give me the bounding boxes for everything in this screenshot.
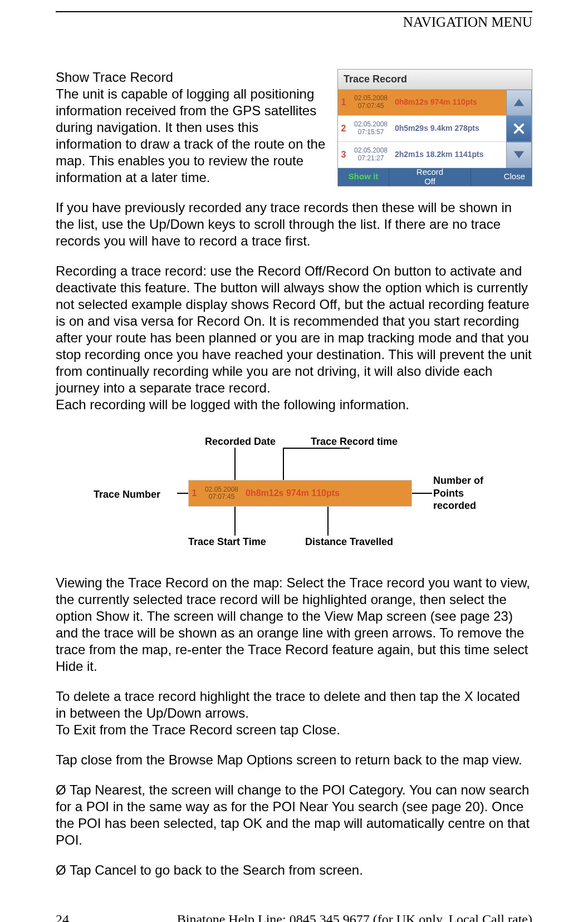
trace-row-info: 0h8m12s 974m 110pts	[393, 97, 506, 107]
annotated-trace-row: 1 02.05.2008 07:07:45 0h8m12s 974m 110pt…	[188, 480, 412, 507]
trace-record-title: Trace Record	[338, 70, 532, 90]
close-button[interactable]: Close	[471, 168, 532, 186]
paragraph: To delete a trace record highlight the t…	[56, 688, 532, 722]
helpline-text: Binatone Help Line: 0845 345 9677 (for U…	[177, 912, 532, 922]
page-number: 24	[56, 912, 69, 922]
close-icon	[513, 122, 525, 135]
label-recorded-date: Recorded Date	[205, 435, 276, 448]
label-trace-record-time: Trace Record time	[311, 435, 398, 448]
paragraph: If you have previously recorded any trac…	[56, 199, 532, 249]
trace-row-number: 1	[338, 97, 349, 108]
trace-row-info: 0h5m29s 9.4km 278pts	[393, 124, 506, 134]
anno-row-number: 1	[189, 488, 200, 499]
anno-row-datetime: 02.05.2008 07:07:45	[200, 486, 243, 501]
trace-row-1[interactable]: 1 02.05.2008 07:07:45 0h8m12s 974m 110pt…	[338, 90, 506, 116]
trace-row-info: 2h2m1s 18.2km 1141pts	[393, 150, 506, 160]
label-trace-number: Trace Number	[94, 488, 160, 501]
paragraph: Recording a trace record: use the Record…	[56, 263, 532, 396]
page-header-title: NAVIGATION MENU	[56, 14, 532, 30]
paragraph: Each recording will be logged with the f…	[56, 396, 532, 413]
paragraph: Tap close from the Browse Map Options sc…	[56, 752, 532, 768]
anno-row-info: 0h8m12s 974m 110pts	[243, 488, 411, 499]
header-divider	[56, 11, 532, 12]
paragraph: Ø Tap Nearest, the screen will change to…	[56, 782, 532, 849]
paragraph: Ø Tap Cancel to go back to the Search fr…	[56, 862, 532, 879]
delete-button[interactable]	[506, 116, 532, 142]
trace-row-number: 2	[338, 123, 349, 134]
trace-row-3[interactable]: 3 02.05.2008 07:21:27 2h2m1s 18.2km 1141…	[338, 142, 506, 168]
svg-marker-0	[514, 99, 524, 106]
svg-marker-1	[514, 151, 524, 159]
trace-row-number: 3	[338, 149, 349, 160]
arrow-up-icon	[513, 96, 525, 109]
scroll-down-button[interactable]	[506, 142, 532, 168]
annotated-trace-row-figure: Recorded Date Trace Record time Trace Nu…	[94, 435, 494, 552]
trace-row-datetime: 02.05.2008 07:07:45	[349, 95, 393, 109]
show-it-button[interactable]: Show it	[338, 168, 389, 186]
trace-row-2[interactable]: 2 02.05.2008 07:15:57 0h5m29s 9.4km 278p…	[338, 116, 506, 142]
record-off-button[interactable]: Record Off	[389, 168, 471, 186]
arrow-down-icon	[513, 149, 525, 161]
label-trace-start-time: Trace Start Time	[188, 536, 266, 548]
trace-row-datetime: 02.05.2008 07:15:57	[349, 121, 393, 135]
trace-row-datetime: 02.05.2008 07:21:27	[349, 147, 393, 161]
paragraph: Viewing the Trace Record on the map: Sel…	[56, 575, 532, 675]
trace-record-screenshot: Trace Record 1 02.05.2008 07:07:45 0h8m1…	[337, 69, 532, 187]
paragraph: To Exit from the Trace Record screen tap…	[56, 722, 532, 738]
scroll-up-button[interactable]	[506, 90, 532, 116]
label-distance-travelled: Distance Travelled	[305, 536, 393, 548]
label-number-points: Number of Points recorded	[433, 474, 494, 512]
